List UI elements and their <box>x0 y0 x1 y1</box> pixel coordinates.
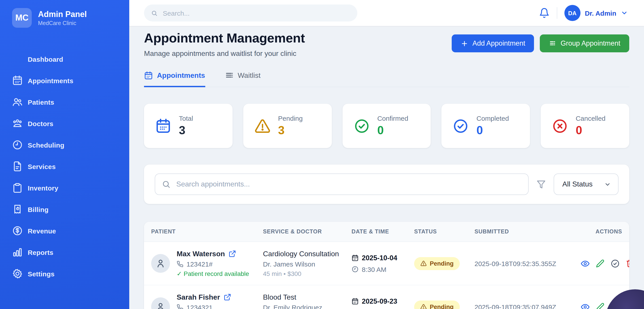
global-search-input[interactable] <box>162 9 350 17</box>
sidebar-item-dashboard[interactable]: Dashboard <box>0 48 129 70</box>
main-area: DA Dr. Admin Appointment Management Mana… <box>129 0 644 309</box>
brand: MC Admin Panel MedCare Clinic <box>0 0 129 28</box>
stat-value-completed: 0 <box>476 124 509 137</box>
table-row: Sarah Fisher 1234321 ✓ Patient record av… <box>144 285 629 309</box>
receipt-icon <box>12 204 23 215</box>
content: Appointment Management Manage appointmen… <box>129 26 644 309</box>
group-appointment-button[interactable]: Group Appointment <box>540 34 629 52</box>
filter-card: All Status <box>144 164 629 204</box>
blank-icon <box>12 54 23 64</box>
patient-name: Sarah Fisher <box>177 293 220 301</box>
stat-card-total: Total 3 <box>144 104 232 148</box>
patient-record-note: ✓ Patient record available <box>177 270 249 277</box>
page-title: Appointment Management <box>144 31 305 46</box>
status-badge: Pending <box>414 257 460 270</box>
status-badge: Pending <box>414 300 460 309</box>
app-title: Admin Panel <box>38 10 87 20</box>
sidebar-item-settings[interactable]: Settings <box>0 263 129 284</box>
appointment-date: 2025-10-04 <box>362 254 397 262</box>
topbar: DA Dr. Admin <box>129 0 644 26</box>
sidebar-item-revenue[interactable]: Revenue <box>0 220 129 242</box>
table-row: Max Waterson 123421# ✓ Patient record av… <box>144 242 629 285</box>
tab-bar: Appointments Waitlist <box>144 71 629 87</box>
edit-pencil-icon[interactable] <box>596 302 605 309</box>
users-icon <box>12 96 23 107</box>
search-icon <box>162 180 170 189</box>
page-subtitle: Manage appointments and waitlist for you… <box>144 50 305 58</box>
notifications-bell-icon[interactable] <box>539 8 550 18</box>
stat-value-pending: 3 <box>278 124 303 137</box>
x-circle-icon <box>552 118 568 134</box>
warning-triangle-icon <box>420 260 427 266</box>
status-filter-select[interactable]: All Status <box>554 174 618 195</box>
view-icon[interactable] <box>580 259 590 268</box>
stat-value-cancelled: 0 <box>576 124 605 137</box>
service-name: Blood Test <box>263 293 352 301</box>
warning-triangle-icon <box>254 118 270 134</box>
add-appointment-button[interactable]: Add Appointment <box>452 34 534 52</box>
tab-waitlist[interactable]: Waitlist <box>225 71 260 87</box>
app-root: MC Admin Panel MedCare Clinic Dashboard … <box>0 0 644 309</box>
submitted-timestamp: 2025-09-18T09:35:07.949Z <box>474 303 580 309</box>
clinic-name: MedCare Clinic <box>38 20 87 26</box>
stat-value-total: 3 <box>179 124 193 137</box>
sidebar-item-doctors[interactable]: Doctors <box>0 113 129 134</box>
patient-avatar-icon <box>151 254 170 273</box>
sidebar-item-services[interactable]: Services <box>0 156 129 177</box>
bar-chart-icon <box>12 247 23 258</box>
sidebar-item-reports[interactable]: Reports <box>0 242 129 263</box>
topbar-right: DA Dr. Admin <box>539 5 628 21</box>
clipboard-icon <box>12 182 23 193</box>
service-meta: 45 min • $300 <box>263 270 352 277</box>
chevron-down-icon <box>604 181 611 188</box>
patient-phone: 1234321 <box>186 304 213 309</box>
external-link-icon[interactable] <box>224 293 231 301</box>
calendar-icon <box>155 118 171 134</box>
global-search[interactable] <box>144 4 357 22</box>
doctor-name: Dr. Emily Rodriguez <box>263 304 352 309</box>
clinic-logo: MC <box>12 8 32 28</box>
calendar-icon <box>144 71 153 80</box>
sidebar-nav: Dashboard Appointments Patients Doctors … <box>0 48 129 284</box>
clock-icon <box>352 266 359 273</box>
sidebar-item-patients[interactable]: Patients <box>0 91 129 113</box>
check-circle-icon <box>453 118 469 134</box>
search-icon <box>151 10 158 16</box>
calendar-icon <box>352 254 359 262</box>
user-menu[interactable]: DA Dr. Admin <box>564 5 628 21</box>
stat-card-cancelled: Cancelled 0 <box>541 104 629 148</box>
stat-card-pending: Pending 3 <box>243 104 332 148</box>
appointments-table: Patient Service & Doctor Date & Time Sta… <box>144 222 629 309</box>
tab-appointments[interactable]: Appointments <box>144 71 205 87</box>
external-link-icon[interactable] <box>228 250 236 258</box>
head-actions: Add Appointment Group Appointment <box>452 34 629 52</box>
stat-cards: Total 3 Pending 3 Confirmed 0 <box>144 104 629 148</box>
sidebar-item-billing[interactable]: Billing <box>0 198 129 220</box>
warning-triangle-icon <box>420 304 427 309</box>
phone-icon <box>177 260 183 267</box>
appointments-search[interactable] <box>155 174 529 195</box>
sidebar: MC Admin Panel MedCare Clinic Dashboard … <box>0 0 129 309</box>
edit-pencil-icon[interactable] <box>596 259 605 268</box>
confirm-check-icon[interactable] <box>610 259 620 268</box>
appointment-date: 2025-09-23 <box>362 297 397 305</box>
user-name: Dr. Admin <box>585 9 616 17</box>
view-icon[interactable] <box>580 302 590 309</box>
sidebar-item-scheduling[interactable]: Scheduling <box>0 134 129 156</box>
plus-icon <box>461 40 468 47</box>
appointments-search-input[interactable] <box>175 180 522 189</box>
delete-trash-icon[interactable] <box>626 259 629 268</box>
list-icon <box>549 40 556 47</box>
sidebar-item-appointments[interactable]: Appointments <box>0 70 129 91</box>
patient-avatar-icon <box>151 297 170 309</box>
dollar-circle-icon <box>12 226 23 236</box>
filter-funnel-icon[interactable] <box>536 179 546 189</box>
stat-card-confirmed: Confirmed 0 <box>342 104 431 148</box>
appointment-time: 8:30 AM <box>362 266 386 273</box>
calendar-icon <box>12 75 23 86</box>
patient-name: Max Waterson <box>177 250 225 258</box>
phone-icon <box>177 304 183 309</box>
list-icon <box>225 71 234 80</box>
gear-icon <box>12 268 23 279</box>
sidebar-item-inventory[interactable]: Inventory <box>0 177 129 198</box>
